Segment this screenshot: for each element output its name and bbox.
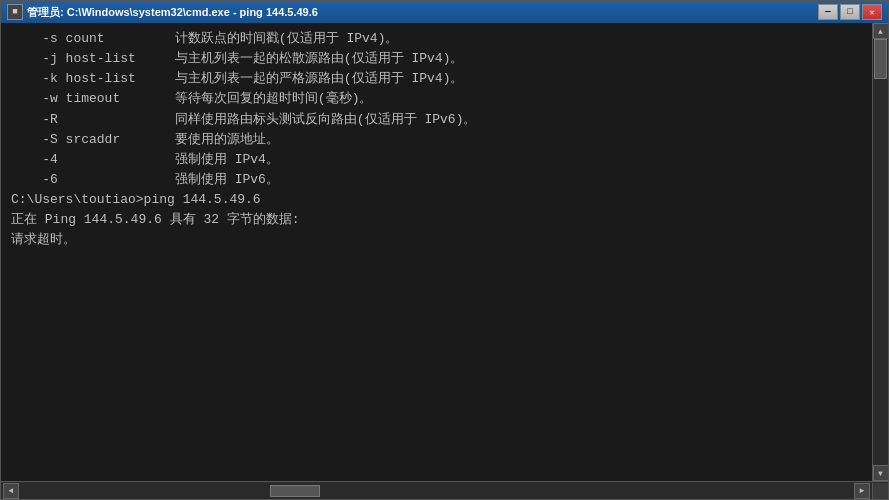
scroll-h-track[interactable] — [19, 484, 854, 498]
terminal-line: -w timeout 等待每次回复的超时时间(毫秒)。 — [11, 89, 862, 109]
maximize-button[interactable]: □ — [840, 4, 860, 20]
cmd-body: -s count 计数跃点的时间戳(仅适用于 IPv4)。 -j host-li… — [1, 23, 888, 481]
terminal-line: -6 强制使用 IPv6。 — [11, 170, 862, 190]
vertical-scrollbar[interactable]: ▲ ▼ — [872, 23, 888, 481]
cmd-window: ■ 管理员: C:\Windows\system32\cmd.exe - pin… — [0, 0, 889, 500]
terminal-line: 请求超时。 — [11, 230, 862, 250]
terminal-line: 正在 Ping 144.5.49.6 具有 32 字节的数据: — [11, 210, 862, 230]
scroll-h-thumb[interactable] — [270, 485, 320, 497]
terminal-line: -4 强制使用 IPv4。 — [11, 150, 862, 170]
terminal-line: -s count 计数跃点的时间戳(仅适用于 IPv4)。 — [11, 29, 862, 49]
horizontal-scrollbar[interactable]: ◄ ► — [1, 483, 872, 499]
terminal-line: -S srcaddr 要使用的源地址。 — [11, 130, 862, 150]
title-bar-buttons: — □ ✕ — [818, 4, 882, 20]
scroll-thumb[interactable] — [874, 39, 887, 79]
close-button[interactable]: ✕ — [862, 4, 882, 20]
window-title: 管理员: C:\Windows\system32\cmd.exe - ping … — [27, 5, 318, 20]
scroll-track[interactable] — [873, 39, 888, 465]
cmd-content[interactable]: -s count 计数跃点的时间戳(仅适用于 IPv4)。 -j host-li… — [1, 23, 872, 481]
terminal-line: -k host-list 与主机列表一起的严格源路由(仅适用于 IPv4)。 — [11, 69, 862, 89]
terminal-line: -j host-list 与主机列表一起的松散源路由(仅适用于 IPv4)。 — [11, 49, 862, 69]
scroll-up-arrow[interactable]: ▲ — [873, 23, 889, 39]
scroll-down-arrow[interactable]: ▼ — [873, 465, 889, 481]
minimize-button[interactable]: — — [818, 4, 838, 20]
title-bar: ■ 管理员: C:\Windows\system32\cmd.exe - pin… — [1, 1, 888, 23]
scroll-right-arrow[interactable]: ► — [854, 483, 870, 499]
window-icon: ■ — [7, 4, 23, 20]
terminal-line: -R 同样使用路由标头测试反向路由(仅适用于 IPv6)。 — [11, 110, 862, 130]
title-bar-left: ■ 管理员: C:\Windows\system32\cmd.exe - pin… — [7, 4, 318, 20]
bottom-bar: ◄ ► — [1, 481, 888, 499]
scroll-corner — [872, 483, 888, 499]
terminal-line: C:\Users\toutiao>ping 144.5.49.6 — [11, 190, 862, 210]
scroll-left-arrow[interactable]: ◄ — [3, 483, 19, 499]
